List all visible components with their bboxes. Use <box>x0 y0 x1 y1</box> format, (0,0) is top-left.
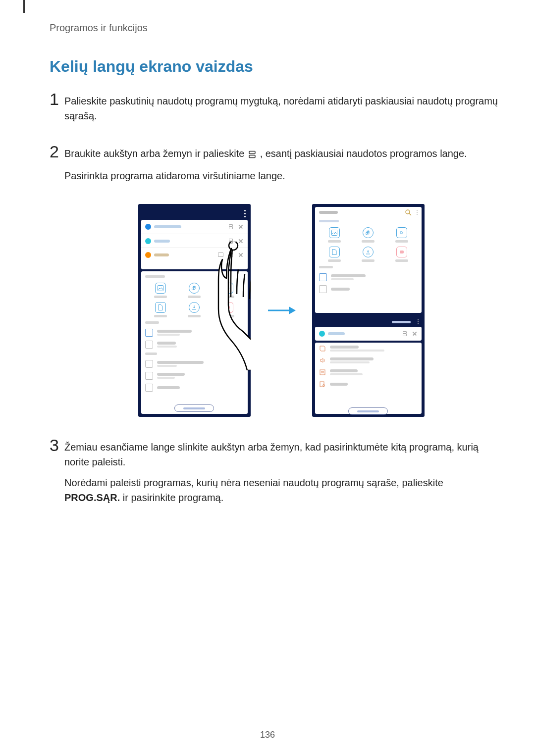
settings-row <box>315 378 422 390</box>
category-row <box>315 245 422 264</box>
onedrive-icon <box>145 384 153 392</box>
svg-line-8 <box>409 213 411 215</box>
search-icon <box>405 209 412 216</box>
images-icon <box>329 227 340 238</box>
step-3: 3 Žemiau esančiame lange slinkite aukšty… <box>50 437 498 511</box>
label-blur <box>395 259 408 262</box>
top-app-panel <box>315 207 422 313</box>
video-icon <box>396 227 407 238</box>
settings-row <box>315 354 422 366</box>
category-row <box>315 225 422 245</box>
files-panel <box>141 271 248 414</box>
applist-label-blur <box>392 321 411 323</box>
downloads-icon <box>189 302 200 313</box>
list-item <box>141 370 248 382</box>
step-2-number: 2 <box>50 143 64 160</box>
section-label <box>315 220 422 224</box>
split-screen-icon <box>248 148 256 162</box>
storage-icon <box>145 329 153 337</box>
sdcard-icon <box>145 341 153 349</box>
category-row <box>141 300 248 319</box>
split-screen-icon <box>228 252 234 258</box>
recent-app-row <box>141 220 248 234</box>
notifications-icon <box>319 369 326 376</box>
phone-left-topbar <box>138 207 251 220</box>
close-all-button <box>174 404 214 412</box>
phone-left <box>138 204 251 417</box>
label-blur <box>328 259 341 262</box>
storage-icon <box>319 273 327 281</box>
label-blur <box>188 296 201 298</box>
figure-area <box>64 204 498 417</box>
more-icon <box>418 319 419 324</box>
svg-marker-6 <box>289 306 296 314</box>
app-icon <box>145 252 151 258</box>
title-blur <box>319 211 338 214</box>
split-screen-icon <box>402 331 408 337</box>
close-icon <box>238 252 244 258</box>
breadcrumb: Programos ir funkcijos <box>50 22 498 34</box>
svg-rect-9 <box>332 230 337 236</box>
svg-rect-0 <box>249 151 255 154</box>
settings-row <box>315 343 422 354</box>
arrow-right-icon <box>266 305 297 315</box>
documents-icon <box>329 247 340 257</box>
step-1-number: 1 <box>50 91 64 107</box>
step-2-line1: Braukite aukštyn arba žemyn ir palieskit… <box>64 146 467 162</box>
recent-app-row <box>141 234 248 248</box>
app-name-blur <box>328 332 345 335</box>
svg-point-7 <box>406 210 410 214</box>
list-item <box>141 382 248 394</box>
section-label <box>315 266 422 270</box>
step-2: 2 Braukite aukštyn arba žemyn ir paliesk… <box>50 143 498 189</box>
label-blur <box>154 296 167 298</box>
list-item <box>141 358 248 370</box>
svg-rect-1 <box>249 155 255 158</box>
svg-rect-14 <box>320 382 324 387</box>
section-label <box>141 321 248 326</box>
video-icon <box>222 283 233 294</box>
split-screen-icon <box>228 238 234 244</box>
section-label <box>141 353 248 357</box>
app-name-blur <box>154 225 181 228</box>
step-3-number: 3 <box>50 437 64 454</box>
apk-icon <box>222 302 233 313</box>
list-item <box>315 271 422 283</box>
documents-icon <box>155 302 166 313</box>
label-blur <box>221 296 234 298</box>
svg-rect-11 <box>320 370 325 375</box>
images-icon <box>155 283 166 294</box>
list-item <box>141 327 248 339</box>
category-row <box>141 281 248 300</box>
label-blur <box>221 315 234 317</box>
cloud-icon <box>145 360 153 368</box>
close-icon <box>238 238 244 244</box>
sdcard-icon <box>319 285 327 293</box>
svg-rect-2 <box>158 286 163 291</box>
section-title: Kelių langų ekrano vaizdas <box>50 57 498 76</box>
step-1-text: Palieskite paskutinių naudotų programų m… <box>64 94 498 123</box>
display-icon <box>319 381 326 388</box>
close-icon <box>238 224 244 230</box>
step-3-p2-bold: PROG.SĄR. <box>64 492 120 503</box>
app-icon <box>145 224 151 230</box>
split-screen-icon <box>228 224 234 230</box>
list-item <box>141 339 248 351</box>
split-handle <box>361 313 375 316</box>
app-icon <box>319 331 325 337</box>
step-3-p1: Žemiau esančiame lange slinkite aukštyn … <box>64 440 498 469</box>
recent-app-row <box>141 248 248 261</box>
settings-row <box>315 366 422 378</box>
bottom-header <box>315 317 422 327</box>
step-3-p2-post: ir pasirinkite programą. <box>120 492 223 503</box>
recent-apps-panel <box>141 220 248 269</box>
label-blur <box>362 240 374 243</box>
phone-right <box>312 204 425 417</box>
step-1: 1 Palieskite paskutinių naudotų programų… <box>50 91 498 129</box>
close-all-button <box>348 407 388 415</box>
settings-preview <box>315 343 422 414</box>
more-icon <box>417 210 418 215</box>
connections-icon <box>319 345 326 352</box>
audio-icon <box>189 283 200 294</box>
svg-rect-10 <box>400 251 404 253</box>
